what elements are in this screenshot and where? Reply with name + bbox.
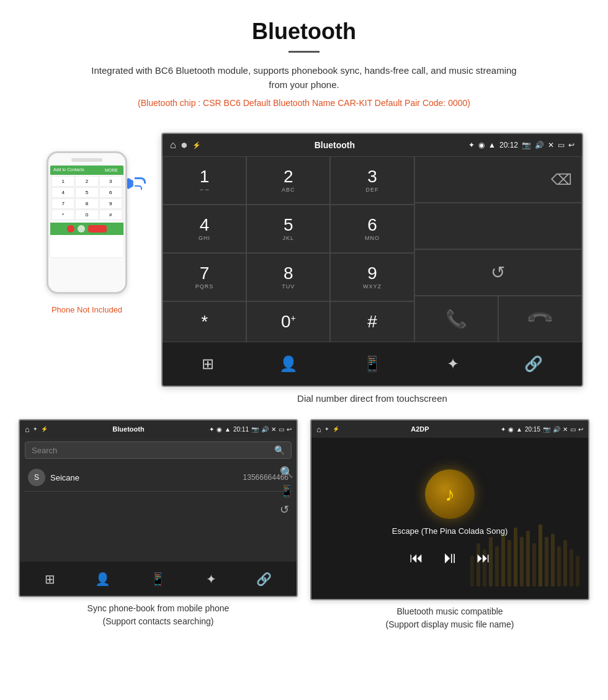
music-close[interactable]: ✕ (563, 426, 568, 433)
pb-gps: ◉ (217, 426, 222, 433)
phone-image: Add to Contacts MORE 1 2 3 4 5 6 7 8 9 * (47, 151, 127, 294)
pb-link-bottom[interactable]: 🔗 (256, 572, 272, 587)
phone-key-4[interactable]: 4 (51, 187, 74, 198)
music-vol: 🔊 (553, 426, 560, 433)
pb-phone-icon[interactable]: 📱 (150, 572, 166, 587)
pb-back[interactable]: ↩ (287, 426, 292, 433)
phone-back-btn (88, 225, 107, 233)
red-phone-icon: 📞 (525, 304, 555, 334)
statusbar-right: ✦ ◉ ▲ 20:12 📷 🔊 ✕ ▭ ↩ (468, 141, 574, 149)
phone-key-0[interactable]: 0 (75, 210, 98, 220)
page-title: Bluetooth (12, 19, 596, 45)
phone-not-included-label: Phone Not Included (51, 305, 122, 314)
phone-more-btn: MORE (102, 167, 120, 173)
music-time: 20:15 (525, 426, 540, 433)
pb-win[interactable]: ▭ (279, 426, 284, 433)
wave-2 (135, 185, 142, 190)
phone-key-6[interactable]: 6 (99, 187, 122, 198)
contact-row-seicane[interactable]: S Seicane 13566664466 (25, 464, 292, 492)
dial-key-8[interactable]: 8 TUV (246, 253, 330, 301)
phonebook-screen: ⌂ ✦ ⚡ Bluetooth ✦ ◉ ▲ 20:11 📷 🔊 ✕ ▭ ↩ (19, 419, 298, 597)
phonebook-caption: Sync phone-book from mobile phone (Suppo… (87, 597, 230, 628)
pb-bt-bottom[interactable]: ✦ (206, 572, 217, 587)
phone-screen-title: Add to Contacts (53, 167, 84, 173)
dial-key-7[interactable]: 7 PQRS (163, 253, 246, 301)
dial-key-2[interactable]: 2 ABC (246, 156, 330, 205)
svg-rect-8 (520, 537, 524, 587)
music-signal-bt: ✦ (501, 426, 506, 433)
dial-key-1[interactable]: 1 ∽∽ (163, 156, 246, 205)
green-phone-icon: 📞 (445, 309, 467, 329)
bt-status-icon: ⬢ (181, 141, 187, 149)
phone-with-bt: ⬢ Add to Contacts MORE 1 2 3 (37, 151, 136, 300)
phone-container: ⬢ Add to Contacts MORE 1 2 3 (25, 133, 149, 314)
red-call-key[interactable]: 📞 (498, 296, 582, 342)
play-pause-button[interactable]: ⏯ (442, 548, 458, 567)
pb-vol: 🔊 (261, 426, 269, 433)
signal-icon: ▲ (488, 141, 496, 149)
dial-key-4[interactable]: 4 GHI (163, 205, 246, 253)
backspace-key[interactable]: ⌫ (414, 156, 582, 203)
pb-action-search[interactable]: 🔍 (280, 466, 293, 479)
back-icon[interactable]: ↩ (568, 141, 574, 149)
dial-key-6[interactable]: 6 MNO (330, 205, 414, 253)
pb-contacts-icon[interactable]: 👤 (95, 572, 110, 587)
phone-key-5[interactable]: 5 (75, 187, 98, 198)
pb-close[interactable]: ✕ (271, 426, 276, 433)
svg-rect-11 (539, 525, 542, 587)
phone-key-star[interactable]: * (51, 210, 74, 220)
music-win[interactable]: ▭ (570, 426, 576, 433)
phone-key-8[interactable]: 8 (75, 198, 98, 209)
music-song-title: Escape (The Pina Colada Song) (392, 526, 507, 536)
refresh-icon: ↺ (491, 262, 505, 283)
music-statusbar-center: A2DP (411, 425, 429, 433)
svg-rect-6 (507, 540, 511, 587)
pb-home-icon[interactable]: ⌂ (25, 425, 30, 434)
green-call-key[interactable]: 📞 (414, 296, 498, 342)
music-note-icon: ♪ (445, 483, 455, 506)
phone-home-btn (78, 225, 85, 233)
phone-screen-header: Add to Contacts MORE (50, 166, 123, 175)
dial-key-5[interactable]: 5 JKL (246, 205, 330, 253)
phone-key-hash[interactable]: # (99, 210, 122, 220)
pb-wifi: ▲ (225, 426, 231, 433)
phone-key-1[interactable]: 1 (51, 176, 74, 187)
phonebook-item: ⌂ ✦ ⚡ Bluetooth ✦ ◉ ▲ 20:11 📷 🔊 ✕ ▭ ↩ (19, 419, 298, 631)
phonebook-search-bar[interactable]: Search 🔍 (25, 441, 292, 459)
right-action-keys: ⌫ ↺ 📞 📞 (414, 156, 582, 342)
dialpad-bottom-bar: ⊞ 👤 📱 ✦ 🔗 (163, 342, 582, 386)
music-back[interactable]: ↩ (578, 426, 583, 433)
phone-key-3[interactable]: 3 (99, 176, 122, 187)
phonebook-statusbar: ⌂ ✦ ⚡ Bluetooth ✦ ◉ ▲ 20:11 📷 🔊 ✕ ▭ ↩ (20, 420, 297, 438)
window-icon[interactable]: ▭ (558, 141, 565, 149)
music-statusbar: ⌂ ✦ ⚡ A2DP ✦ ◉ ▲ 20:15 📷 🔊 ✕ ▭ ↩ (311, 420, 588, 438)
link-icon[interactable]: 🔗 (524, 355, 543, 373)
dial-key-hash[interactable]: # (330, 301, 414, 342)
phone-key-2[interactable]: 2 (75, 176, 98, 187)
refresh-key[interactable]: ↺ (414, 249, 582, 296)
contacts-icon[interactable]: 👤 (279, 355, 298, 373)
dial-key-3[interactable]: 3 DEF (330, 156, 414, 205)
pb-grid-icon[interactable]: ⊞ (45, 572, 55, 587)
dial-key-star[interactable]: * (163, 301, 246, 342)
dial-key-0[interactable]: 0+ (246, 301, 330, 342)
close-icon[interactable]: ✕ (548, 141, 554, 149)
volume-icon: 🔊 (535, 141, 544, 149)
pb-action-phone[interactable]: 📱 (280, 484, 293, 498)
phone-key-7[interactable]: 7 (51, 198, 74, 209)
search-icon[interactable]: 🔍 (274, 445, 285, 455)
music-camera: 📷 (543, 426, 550, 433)
svg-rect-10 (532, 543, 536, 587)
bluetooth-specs: (Bluetooth chip : CSR BC6 Default Blueto… (12, 98, 596, 108)
next-button[interactable]: ⏭ (476, 550, 490, 566)
home-icon[interactable]: ⌂ (170, 140, 176, 151)
music-home-icon[interactable]: ⌂ (316, 425, 321, 434)
dial-key-9[interactable]: 9 WXYZ (330, 253, 414, 301)
svg-rect-15 (563, 540, 567, 587)
grid-icon[interactable]: ⊞ (202, 355, 214, 373)
prev-button[interactable]: ⏮ (409, 550, 423, 566)
pb-action-refresh[interactable]: ↺ (280, 503, 293, 516)
phone-icon[interactable]: 📱 (363, 355, 382, 373)
bt-bottom-icon[interactable]: ✦ (447, 355, 459, 373)
phone-key-9[interactable]: 9 (99, 198, 122, 209)
